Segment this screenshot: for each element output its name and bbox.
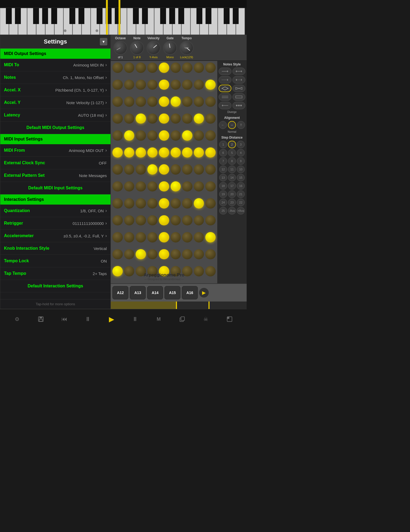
grid-cell[interactable] (171, 80, 181, 90)
grid-cell[interactable] (124, 96, 135, 107)
grid-cell[interactable] (182, 80, 192, 90)
step-10[interactable]: 10 (237, 166, 245, 173)
grid-cell[interactable] (159, 114, 169, 124)
grid-cell[interactable] (124, 198, 135, 209)
grid-cell[interactable] (171, 249, 181, 260)
grid-cell[interactable] (136, 198, 146, 209)
grid-cell[interactable] (159, 62, 169, 73)
grid-cell[interactable] (136, 62, 146, 73)
step-22[interactable]: 22 (237, 199, 245, 206)
grid-cell[interactable] (182, 96, 192, 107)
grid-cell[interactable] (171, 147, 181, 158)
grid-cell[interactable] (147, 96, 158, 107)
settings-body[interactable]: MIDI Output Settings MIDI To Animoog MID… (0, 49, 111, 299)
grid-cell[interactable] (205, 96, 216, 107)
key-a16[interactable]: A16 (182, 286, 198, 299)
style-btn-3[interactable] (219, 76, 231, 84)
grid-cell[interactable] (171, 215, 181, 226)
grid-cell[interactable] (136, 215, 146, 226)
grid-cell[interactable] (147, 181, 158, 192)
grid-cell[interactable] (205, 232, 216, 242)
default-midi-input-button[interactable]: Default MIDI Input Settings (0, 182, 111, 194)
grid-cell[interactable] (159, 80, 169, 90)
grid-cell[interactable] (182, 147, 192, 158)
grid-cell[interactable] (171, 62, 181, 73)
metro-toolbar-button[interactable]: M (153, 313, 165, 325)
grid-cell[interactable] (171, 96, 181, 107)
grid-cell[interactable] (147, 164, 158, 175)
grid-cell[interactable] (182, 198, 192, 209)
grid-cell[interactable] (124, 62, 135, 73)
grid-cell[interactable] (147, 114, 158, 124)
grid-cell[interactable] (147, 62, 158, 73)
grid-cell[interactable] (147, 249, 158, 260)
grid-cell[interactable] (205, 147, 216, 158)
grid-cell[interactable] (124, 114, 135, 124)
settings-row-latency[interactable]: Latency AUTO (18 ms) › (0, 109, 111, 122)
grid-cell[interactable] (159, 130, 169, 141)
piano-keyboard[interactable]: // We'll just render static piano keys (0, 0, 247, 35)
play-arrow-button[interactable]: ▶ (199, 288, 209, 298)
grid-cell[interactable] (182, 181, 192, 192)
grid-cell[interactable] (136, 130, 146, 141)
grid-cell[interactable] (124, 249, 135, 260)
grid-cell[interactable] (159, 164, 169, 175)
style-btn-2[interactable] (232, 68, 245, 75)
grid-cell[interactable] (205, 215, 216, 226)
step-toolbar-button[interactable]: ⏸ (129, 313, 141, 325)
step-4[interactable]: 4 (237, 149, 245, 157)
velocity-knob[interactable] (147, 41, 160, 55)
grid-cell[interactable] (205, 266, 216, 276)
style-btn-9[interactable] (219, 102, 231, 109)
grid-cell[interactable] (159, 147, 169, 158)
align-center-button[interactable]: ↔ (228, 121, 236, 129)
grid-cell[interactable] (159, 181, 169, 192)
key-a15[interactable]: A15 (164, 286, 180, 299)
step-20[interactable]: 20 (228, 190, 236, 198)
play-toolbar-button[interactable]: ▶ (106, 313, 117, 325)
step-minus8va[interactable]: -8va (228, 207, 236, 214)
style-btn-7[interactable] (219, 93, 231, 101)
step-18[interactable]: 18 (219, 182, 227, 190)
grid-cell[interactable] (124, 147, 135, 158)
step-2-selected[interactable]: 2 (228, 141, 236, 148)
grid-cell[interactable] (136, 114, 146, 124)
key-a14[interactable]: A14 (147, 286, 163, 299)
grid-cell[interactable] (112, 130, 123, 141)
style-btn-6[interactable] (232, 85, 245, 92)
grid-cell[interactable] (205, 198, 216, 209)
rewind-toolbar-button[interactable]: ⏮ (58, 313, 70, 325)
settings-row-quantization[interactable]: Quantization 1/8, OFF, ON › (0, 205, 111, 217)
grid-cell[interactable] (136, 249, 146, 260)
grid-cell[interactable] (205, 181, 216, 192)
grid-cell[interactable] (171, 232, 181, 242)
grid-cell[interactable] (159, 215, 169, 226)
grid-cell[interactable] (171, 266, 181, 276)
grid-cell[interactable] (171, 114, 181, 124)
style-btn-4[interactable] (232, 76, 245, 84)
step-3[interactable]: 3 (237, 141, 245, 148)
grid-cell[interactable] (194, 215, 204, 226)
notes-style-grid[interactable] (219, 68, 245, 109)
step-8[interactable]: 8 (228, 157, 236, 165)
grid-cell[interactable] (194, 232, 204, 242)
step-6[interactable]: 6 (219, 149, 227, 157)
step-9[interactable]: 9 (237, 157, 245, 165)
grid-cell[interactable] (205, 114, 216, 124)
grid-cell[interactable] (159, 232, 169, 242)
style-btn-1[interactable] (219, 68, 231, 75)
grid-cell[interactable] (147, 80, 158, 90)
step-plus8va[interactable]: +8va (237, 207, 245, 214)
settings-toolbar-button[interactable]: ⚙ (11, 313, 23, 325)
settings-row-accel-y[interactable]: Accel. Y Note Velocity (1-127) › (0, 96, 111, 109)
grid-cell[interactable] (194, 164, 204, 175)
step-24[interactable]: 24 (219, 199, 227, 206)
default-midi-output-button[interactable]: Default MIDI Output Settings (0, 122, 111, 134)
step-21[interactable]: 21 (237, 190, 245, 198)
grid-cell[interactable] (136, 181, 146, 192)
default-interaction-button[interactable]: Default Interaction Settings (0, 280, 111, 292)
grid-cell[interactable] (194, 266, 204, 276)
grid-cell[interactable] (147, 147, 158, 158)
settings-row-tempo-lock[interactable]: Tempo Lock ON (0, 255, 111, 267)
layout-toolbar-button[interactable] (224, 313, 235, 325)
